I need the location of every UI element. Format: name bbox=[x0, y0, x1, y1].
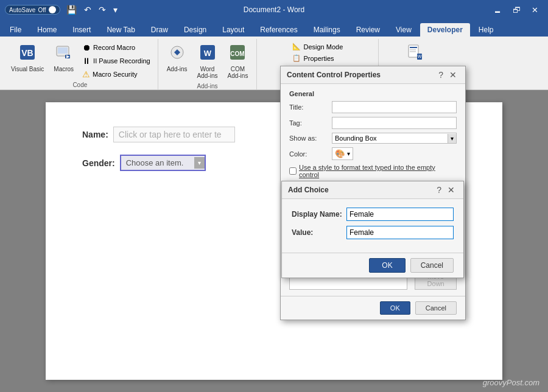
addchoice-title-bar: Add Choice ? ✕ bbox=[282, 181, 463, 199]
ccp-title-buttons: ? ✕ bbox=[436, 70, 459, 80]
ccp-ok-button[interactable]: OK bbox=[380, 301, 410, 315]
ac-value-label: Value: bbox=[292, 228, 346, 237]
ccp-color-row: Color: 🎨 ▾ bbox=[289, 147, 457, 160]
ccp-style-checkbox[interactable] bbox=[289, 167, 297, 175]
ccp-checkbox-row: Use a style to format text typed into th… bbox=[289, 164, 457, 178]
ac-displayname-label: Display Name: bbox=[292, 210, 346, 219]
ccp-showas-select[interactable]: Bounding Box ▾ bbox=[332, 133, 457, 144]
ccp-color-button[interactable]: 🎨 ▾ bbox=[332, 147, 353, 160]
ccp-cancel-button[interactable]: Cancel bbox=[415, 301, 457, 315]
ccp-title-input[interactable] bbox=[332, 101, 457, 113]
ac-displayname-input[interactable] bbox=[346, 208, 454, 221]
addchoice-body: Display Name: Value: bbox=[282, 199, 463, 253]
ccp-style-checkbox-label: Use a style to format text typed into th… bbox=[299, 164, 457, 178]
ccp-showas-row: Show as: Bounding Box ▾ bbox=[289, 133, 457, 144]
ccp-showas-value: Bounding Box bbox=[332, 133, 448, 143]
addchoice-title: Add Choice bbox=[288, 186, 329, 194]
ccp-footer: OK Cancel bbox=[281, 296, 465, 320]
dialog-add-choice: Add Choice ? ✕ Display Name: Value: OK C… bbox=[281, 181, 464, 278]
ccp-general-header: General bbox=[289, 90, 457, 97]
dialog-overlay: Content Control Properties ? ✕ General T… bbox=[0, 0, 548, 392]
addchoice-cancel-button[interactable]: Cancel bbox=[410, 258, 454, 273]
addchoice-help-button[interactable]: ? bbox=[434, 185, 444, 195]
ccp-title-bar: Content Control Properties ? ✕ bbox=[281, 66, 465, 84]
ac-value-input[interactable] bbox=[346, 226, 454, 239]
ac-value-row: Value: bbox=[292, 226, 454, 239]
ac-displayname-row: Display Name: bbox=[292, 208, 454, 221]
ccp-showas-arrow[interactable]: ▾ bbox=[448, 134, 456, 143]
ccp-tag-row: Tag: bbox=[289, 117, 457, 129]
ccp-showas-label: Show as: bbox=[289, 135, 332, 142]
color-paint-icon: 🎨 bbox=[335, 149, 345, 158]
ccp-color-label: Color: bbox=[289, 150, 332, 158]
addchoice-footer: OK Cancel bbox=[282, 253, 463, 278]
ccp-tag-input[interactable] bbox=[332, 117, 457, 129]
addchoice-ok-button[interactable]: OK bbox=[369, 258, 405, 273]
ccp-title: Content Control Properties bbox=[287, 71, 381, 79]
ccp-tag-label: Tag: bbox=[289, 119, 332, 127]
color-dropdown-arrow[interactable]: ▾ bbox=[347, 150, 350, 157]
addchoice-close-button[interactable]: ✕ bbox=[445, 185, 457, 195]
ccp-help-button[interactable]: ? bbox=[436, 70, 446, 80]
ccp-title-label: Title: bbox=[289, 103, 332, 111]
ccp-title-row: Title: bbox=[289, 101, 457, 113]
addchoice-title-buttons: ? ✕ bbox=[434, 185, 457, 195]
ccp-close-button[interactable]: ✕ bbox=[447, 70, 459, 80]
